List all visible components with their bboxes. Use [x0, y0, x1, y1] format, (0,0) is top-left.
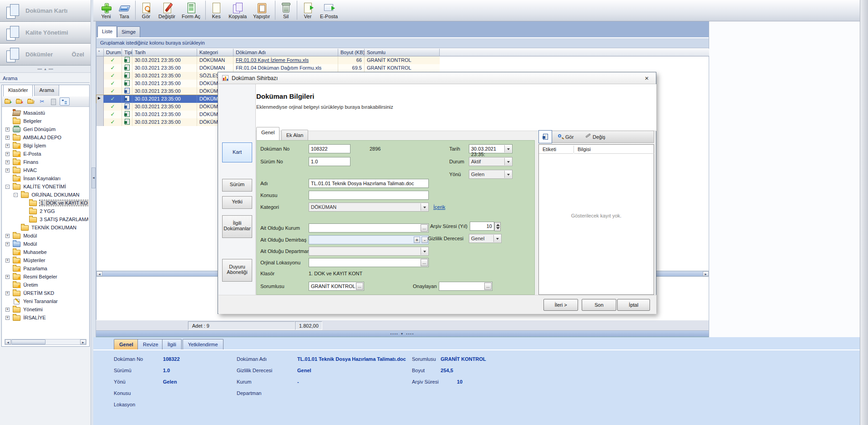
side-button-yetki[interactable]: Yetki	[222, 196, 252, 209]
toolbar-button[interactable]: E-Posta	[317, 0, 341, 20]
arsiv-suresi-spinner[interactable]: 10	[470, 222, 494, 231]
chevron-down-icon[interactable]	[504, 145, 512, 152]
adi-field[interactable]: TL.01.01 Teknik Dosya Hazırlama Talimatı…	[309, 179, 429, 188]
tab-simge[interactable]: Simge	[117, 26, 140, 37]
expand-toggle-icon[interactable]: +	[5, 242, 10, 246]
tree-item-label[interactable]: Yeni Tarananlar	[23, 299, 58, 304]
dokuman-no-field[interactable]: 108322	[309, 144, 350, 153]
tree-item[interactable]: + Resmi Belgeler	[3, 273, 88, 281]
side-button-ilgili-dokumanlar[interactable]: İlgili Dokümanlar	[222, 215, 252, 238]
word-document-button[interactable]	[538, 130, 552, 143]
tree-item-label[interactable]: Finans	[23, 159, 38, 165]
expand-toggle-icon[interactable]: +	[5, 291, 10, 295]
scroll-right-icon[interactable]: ►	[80, 339, 86, 344]
toolbar-button[interactable]: Kopyala	[225, 0, 250, 20]
tree-item-label[interactable]: HVAC	[23, 167, 37, 173]
expand-toggle-icon[interactable]: +	[5, 316, 10, 320]
expand-toggle-icon[interactable]: -	[5, 185, 10, 189]
lookup-button[interactable]: ...	[356, 283, 363, 290]
chevron-down-icon[interactable]	[504, 158, 512, 165]
toolbar-button[interactable]: Gör	[135, 0, 155, 20]
tarih-dropdown[interactable]: 30.03.2021 23:35:	[469, 144, 513, 153]
chevron-down-icon[interactable]	[421, 248, 428, 255]
toolbar-button[interactable]: Yeni	[97, 0, 115, 20]
tree-item-label[interactable]: Bilgi İşlem	[23, 143, 46, 148]
collapse-sidebar-icon[interactable]: ◄	[91, 167, 96, 188]
tree-item-label[interactable]: Üretim	[23, 282, 38, 288]
new-folder-button[interactable]: +	[3, 97, 13, 106]
dialog-title-bar[interactable]: Doküman Sihirbazı ×	[218, 72, 656, 84]
tree-item[interactable]: + Modül	[3, 232, 88, 240]
cell-dokuman-adi[interactable]: FR.01.03 Kayıt İzleme Formu.xls	[233, 56, 338, 64]
column-header-bilgisi[interactable]: Bilgisi	[574, 145, 654, 154]
tree-item-label[interactable]: Pazarlama	[23, 266, 47, 271]
column-header-etiketi[interactable]: Etiketi	[539, 145, 574, 154]
durum-dropdown[interactable]: Aktif	[469, 157, 513, 166]
toolbar-button[interactable]: Tara	[115, 0, 133, 20]
kurum-field[interactable]: ...	[309, 223, 429, 233]
tab-yetkilendirme[interactable]: Yetkilendirme	[183, 339, 223, 349]
column-header-tarih[interactable]: Tarih	[132, 49, 197, 56]
scrollbar-thumb[interactable]	[11, 339, 46, 344]
sidebar-panel-header[interactable]: Doküman Kartı	[0, 0, 91, 22]
expand-toggle-icon[interactable]: +	[5, 275, 10, 279]
tree-item[interactable]: + Müşteriler	[3, 256, 88, 264]
tree-item-label[interactable]: Resmi Belgeler	[23, 274, 57, 279]
tree-view-button[interactable]	[60, 97, 70, 106]
sidebar-panel-header[interactable]: Dökümler Özel	[0, 44, 91, 66]
column-header-kategori[interactable]: Kategori	[197, 49, 233, 56]
tree-item-label[interactable]: Yönetimi	[23, 307, 43, 312]
expand-toggle-icon[interactable]: +	[5, 308, 10, 312]
tree-item[interactable]: + ÜRETİM SKD	[3, 289, 88, 297]
tree-item-label[interactable]: Modül	[23, 233, 37, 238]
table-row[interactable]: ✓ 30.03.2021 23:35:00 DÖKÜMAN FR.01.04 D…	[96, 64, 440, 72]
tree-item[interactable]: + İRSALİYE	[3, 314, 88, 322]
group-by-bar[interactable]: Gruplamak istediğiniz kolonu buraya sürü…	[96, 38, 709, 48]
tree-item[interactable]: 3 SATIŞ PAZARLAMA	[3, 215, 88, 223]
tree-item[interactable]: Muhasebe	[3, 248, 88, 256]
tree-item-label[interactable]: 1. DOK ve KAYIT KONT	[40, 200, 88, 206]
tree-horizontal-scrollbar[interactable]: ◄ ►	[5, 339, 86, 345]
tree-item[interactable]: Üretim	[3, 281, 88, 289]
yonu-dropdown[interactable]: Gelen	[469, 170, 513, 179]
tree-item-label[interactable]: TEKNİK DOKUMAN	[31, 225, 76, 230]
close-icon[interactable]: ×	[642, 74, 651, 83]
chevron-down-icon[interactable]	[421, 203, 428, 211]
column-header-dokuman-adi[interactable]: Döküman Adı	[233, 49, 338, 56]
toolbar-button[interactable]: Yapıştır	[250, 0, 273, 20]
tree-item-label[interactable]: E-Posta	[23, 151, 41, 157]
kategori-dropdown[interactable]: DÖKÜMAN	[309, 202, 429, 212]
chevron-down-icon[interactable]	[493, 235, 501, 242]
tree-item[interactable]: + Yönetimi	[3, 305, 88, 314]
tree-item[interactable]: Yeni Tarananlar	[3, 297, 88, 305]
next-button[interactable]: İleri >	[543, 299, 578, 311]
surum-no-field[interactable]: 1.0	[309, 157, 350, 166]
sidebar-tab[interactable]: Klasörler	[3, 85, 33, 96]
tree-item[interactable]: + Bilgi İşlem	[3, 142, 88, 150]
scroll-left-icon[interactable]: ◄	[96, 271, 102, 276]
sidebar-panel-header[interactable]: Kalite Yönetimi	[0, 22, 91, 44]
cut-button[interactable]: ✂	[37, 97, 47, 106]
cancel-button[interactable]: İptal	[617, 299, 650, 311]
tree-item[interactable]: + AMBALAJ DEPO	[3, 133, 88, 142]
lokasyon-field[interactable]: ...	[309, 258, 429, 267]
toolbar-button[interactable]: Ver	[297, 0, 317, 20]
tree-item-label[interactable]: 3 SATIŞ PAZARLAMA	[40, 217, 88, 222]
side-button-duyuru-aboneligi[interactable]: Duyuru Aboneliği	[222, 259, 252, 282]
expand-toggle-icon[interactable]: +	[5, 127, 10, 132]
tree-item[interactable]: - KALİTE YÖNETİMİ	[3, 182, 88, 191]
tree-item[interactable]: + Finans	[3, 158, 88, 166]
tree-item-label[interactable]: AMBALAJ DEPO	[23, 135, 61, 140]
tree-item[interactable]: + E-Posta	[3, 150, 88, 158]
column-header-tipi[interactable]: Tipi	[122, 49, 132, 56]
demirbas-field[interactable]: +-	[309, 235, 429, 244]
tree-item-label[interactable]: Muhasebe	[23, 249, 46, 255]
tree-item[interactable]: İnsan Kaynakları	[3, 174, 88, 182]
view-attachment-button[interactable]: Gör	[557, 133, 575, 142]
expand-toggle-icon[interactable]: +	[5, 152, 10, 156]
tree-item[interactable]: 2 YGG	[3, 207, 88, 215]
tree-item[interactable]: + Geri Dönüşüm	[3, 125, 88, 133]
gizlilik-dropdown[interactable]: Genel	[469, 234, 502, 243]
bottom-panel-splitter[interactable]: ▪▪▪▪ ▼ ▪▪▪▪	[96, 331, 709, 337]
lookup-button[interactable]: ...	[421, 224, 428, 232]
